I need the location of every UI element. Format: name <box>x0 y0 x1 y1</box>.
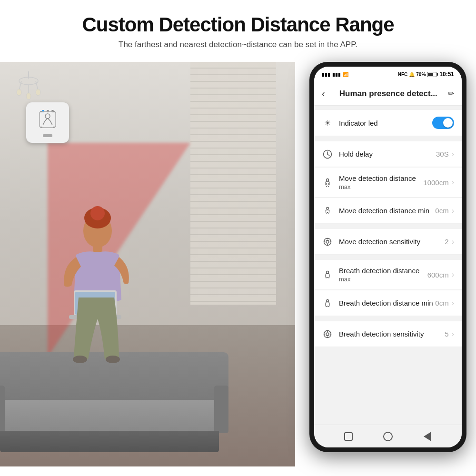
settings-item-breath-dist-max[interactable]: Breath detection distance max 600cm › <box>314 260 462 290</box>
status-bar-right: NFC 🔔 70% 10:51 <box>398 71 454 78</box>
svg-rect-2 <box>40 111 42 112</box>
move-dist-max-right: 1000cm › <box>423 178 454 187</box>
toggle-knob <box>443 118 453 128</box>
nav-bar: ‹ Human presence detect... ✏ <box>314 82 462 106</box>
hold-delay-value: 30S <box>436 150 449 158</box>
breath-dist-min-icon <box>322 298 333 309</box>
sofa-legs <box>0 431 219 452</box>
page-wrapper: Custom Detection Distance Range The fart… <box>0 0 476 476</box>
chandelier-icon <box>10 71 48 109</box>
breath-dist-max-icon <box>322 269 333 280</box>
move-dist-min-chevron: › <box>452 207 454 215</box>
breath-dist-max-chevron: › <box>452 270 454 279</box>
move-sensitivity-content: Move detection sensitivity <box>339 238 445 246</box>
breath-sensitivity-right: 5 › <box>445 330 454 338</box>
svg-point-13 <box>36 89 40 96</box>
settings-item-indicator-led[interactable]: ☀ Indicator led <box>314 109 462 136</box>
breath-dist-max-value: 600cm <box>427 271 449 279</box>
breath-sensitivity-value: 5 <box>445 330 448 338</box>
move-dist-min-value: 0cm <box>435 207 448 215</box>
phone-mockup: ▮▮▮ ▮▮▮ 📶 NFC 🔔 70% <box>309 62 471 462</box>
move-dist-min-icon <box>322 205 333 217</box>
hold-delay-right: 30S › <box>436 150 454 159</box>
move-dist-max-content: Move detection distance max <box>339 174 423 190</box>
window-blinds <box>190 62 276 305</box>
settings-item-breath-sensitivity[interactable]: Breath detection sensitivity 5 › <box>314 321 462 347</box>
indicator-led-right <box>432 117 454 129</box>
svg-rect-3 <box>53 111 55 112</box>
back-button[interactable]: ‹ <box>322 88 325 99</box>
nfc-indicator: NFC <box>398 72 408 77</box>
scene-area <box>0 62 295 466</box>
bell-icon: 🔔 <box>409 72 415 77</box>
phone-outer-shell: ▮▮▮ ▮▮▮ 📶 NFC 🔔 70% <box>309 62 466 452</box>
indicator-led-icon: ☀ <box>322 117 333 129</box>
move-sensitivity-icon <box>322 236 333 248</box>
breath-dist-max-right: 600cm › <box>427 270 454 279</box>
svg-point-26 <box>327 179 329 181</box>
move-dist-min-content: Move detection distance min <box>339 207 435 215</box>
breath-sensitivity-content: Breath detection sensitivity <box>339 330 445 338</box>
indicator-led-toggle[interactable] <box>432 117 454 129</box>
page-subtitle: The farthest and nearest detection~dista… <box>10 40 466 50</box>
breath-dist-max-label: Breath detection distance <box>339 267 427 275</box>
edit-button[interactable]: ✏ <box>448 89 454 98</box>
settings-item-move-sensitivity[interactable]: Move detection sensitivity 2 › <box>314 229 462 255</box>
svg-point-12 <box>26 93 31 99</box>
section-gap-2 <box>314 224 462 229</box>
circle-icon <box>383 432 393 441</box>
settings-list: ☀ Indicator led <box>314 106 462 425</box>
breath-sensitivity-icon <box>322 328 333 340</box>
header: Custom Detection Distance Range The fart… <box>0 0 476 54</box>
hold-delay-content: Hold delay <box>339 150 436 158</box>
move-dist-max-chevron: › <box>452 178 454 187</box>
indicator-led-label: Indicator led <box>339 119 432 127</box>
hold-delay-icon <box>322 149 333 160</box>
settings-item-breath-dist-min[interactable]: Breath detection distance min 0cm › <box>314 290 462 316</box>
nav-square-button[interactable] <box>342 430 355 443</box>
nav-title: Human presence detect... <box>329 89 448 99</box>
move-sensitivity-value: 2 <box>445 238 448 246</box>
status-bar: ▮▮▮ ▮▮▮ 📶 NFC 🔔 70% <box>314 67 462 82</box>
status-bar-left: ▮▮▮ ▮▮▮ 📶 <box>322 72 348 77</box>
hold-delay-label: Hold delay <box>339 150 436 158</box>
svg-point-29 <box>326 240 329 243</box>
move-dist-max-sublabel: max <box>339 183 423 190</box>
section-gap-4 <box>314 317 462 321</box>
move-sensitivity-chevron: › <box>452 238 454 246</box>
battery-icon <box>427 72 438 77</box>
sensor-person-icon <box>38 110 57 133</box>
settings-item-hold-delay[interactable]: Hold delay 30S › <box>314 141 462 167</box>
sofa-arm-left <box>0 386 5 433</box>
move-dist-min-right: 0cm › <box>435 207 454 215</box>
breath-dist-min-label: Breath detection distance min <box>339 299 435 307</box>
nav-circle-button[interactable] <box>381 430 395 443</box>
settings-item-move-dist-max[interactable]: Move detection distance max 1000cm › <box>314 168 462 198</box>
triangle-icon <box>424 432 431 441</box>
svg-point-22 <box>106 356 120 363</box>
svg-point-16 <box>90 206 105 220</box>
square-icon <box>344 432 353 441</box>
phone-screen: ▮▮▮ ▮▮▮ 📶 NFC 🔔 70% <box>314 67 462 447</box>
page-title: Custom Detection Distance Range <box>10 13 466 36</box>
svg-point-1 <box>45 114 50 119</box>
wifi-icon: 📶 <box>343 72 348 77</box>
signal-icon: ▮▮▮ <box>322 72 330 77</box>
phone-bottom-nav <box>314 425 462 447</box>
signal-strength: ▮▮▮ <box>332 72 341 77</box>
move-dist-max-icon <box>322 177 333 188</box>
breath-dist-max-content: Breath detection distance max <box>339 267 427 283</box>
indicator-led-content: Indicator led <box>339 119 432 127</box>
move-dist-max-value: 1000cm <box>423 178 448 187</box>
section-gap-1 <box>314 137 462 141</box>
breath-dist-min-value: 0cm <box>435 299 448 307</box>
settings-item-move-dist-min[interactable]: Move detection distance min 0cm › <box>314 198 462 224</box>
svg-point-21 <box>73 356 87 363</box>
breath-dist-min-content: Breath detection distance min <box>339 299 435 307</box>
section-gap-3 <box>314 255 462 260</box>
nav-back-button[interactable] <box>421 430 434 443</box>
sofa-seat <box>0 400 226 433</box>
time-display: 10:51 <box>439 71 454 78</box>
svg-point-27 <box>327 207 329 209</box>
svg-point-11 <box>17 89 21 96</box>
